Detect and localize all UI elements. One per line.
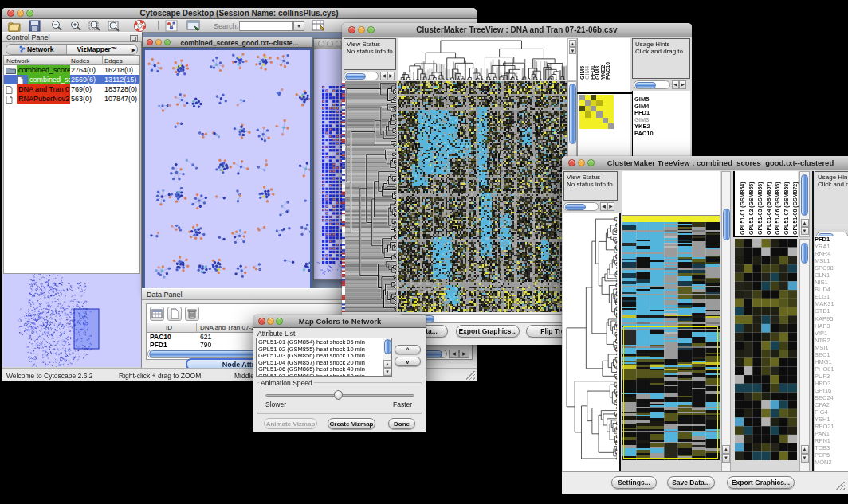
scroll-down-button[interactable]: ▼ bbox=[569, 47, 576, 54]
gene-label: MSI1 bbox=[815, 344, 848, 351]
gene-label: MSL1 bbox=[815, 257, 848, 264]
attribute-browser-icon[interactable] bbox=[312, 20, 326, 32]
network-row[interactable]: DNA and Tran 07769(0)183728(0) bbox=[4, 84, 139, 94]
column-header-id[interactable]: ID bbox=[166, 324, 172, 331]
scroll-up-button[interactable]: ▲ bbox=[569, 40, 576, 47]
column-dendrogram-canvas[interactable] bbox=[398, 38, 567, 80]
settings-button[interactable]: Settings... bbox=[611, 476, 657, 489]
tab-network[interactable]: Network bbox=[6, 45, 67, 55]
scroll-down-button[interactable]: ▼ bbox=[801, 227, 809, 235]
network-list: combined_scores2764(0)16218(0)combined_s… bbox=[3, 65, 140, 274]
export-graphics-button[interactable]: Export Graphics... bbox=[456, 325, 520, 338]
column-header-edges[interactable]: Edges bbox=[104, 57, 123, 64]
status-hint-zoom: Right-click + drag to ZOOM bbox=[119, 372, 201, 380]
dialog-titlebar[interactable]: Map Colors to Network bbox=[253, 315, 426, 328]
network-row[interactable]: combined_scores2764(0)16218(0) bbox=[4, 65, 139, 75]
scroll-left-button[interactable]: ◀ bbox=[600, 202, 607, 211]
view-status-scrollbar[interactable] bbox=[563, 202, 599, 211]
zoom-heatmap-canvas[interactable] bbox=[735, 239, 797, 460]
gene-label: RPN1 bbox=[815, 437, 848, 444]
export-graphics-button[interactable]: Export Graphics... bbox=[727, 476, 795, 489]
zoom-selected-icon[interactable] bbox=[88, 20, 101, 32]
animate-vizmap-button[interactable]: Animate Vizmap bbox=[264, 418, 317, 429]
scroll-right-button[interactable]: ▶ bbox=[459, 350, 469, 358]
column-header-nodes[interactable]: Nodes bbox=[71, 57, 89, 64]
close-button[interactable] bbox=[568, 159, 575, 166]
scroll-down-button[interactable]: ▼ bbox=[801, 454, 809, 463]
view-status-scrollbar[interactable] bbox=[344, 72, 379, 80]
save-icon[interactable] bbox=[29, 20, 41, 32]
heatmap-canvas[interactable] bbox=[622, 216, 720, 460]
scroll-left-button[interactable]: ◀ bbox=[672, 80, 679, 89]
zoom-heatmap-vscrollbar[interactable]: ▲ ▼ bbox=[799, 239, 810, 471]
resize-grip[interactable] bbox=[466, 371, 475, 380]
minimize-button[interactable] bbox=[578, 159, 585, 166]
usage-hints-scrollbar[interactable] bbox=[634, 80, 670, 89]
network-row[interactable]: RNAPuberNov2+563(0)107847(0) bbox=[4, 94, 139, 104]
scroll-left-button[interactable]: ◀ bbox=[449, 350, 459, 358]
network-nodes: 2569(6) bbox=[71, 75, 96, 84]
row-value: 790 bbox=[200, 341, 211, 349]
scroll-up-button[interactable]: ▲ bbox=[801, 445, 809, 454]
float-panel-icon[interactable] bbox=[130, 35, 138, 42]
zoom-fit-icon[interactable] bbox=[108, 20, 120, 32]
treeview1-titlebar[interactable]: ClusterMaker TreeView : DNA and Tran 07-… bbox=[342, 23, 692, 37]
open-file-icon[interactable] bbox=[8, 20, 21, 32]
select-attributes-button[interactable] bbox=[150, 307, 164, 321]
scroll-up-button[interactable]: ▲ bbox=[383, 360, 391, 368]
minimize-button[interactable] bbox=[327, 41, 333, 47]
scroll-left-button[interactable]: ◀ bbox=[380, 72, 387, 80]
scroll-right-button[interactable]: ▶ bbox=[607, 202, 614, 211]
scroll-up-button[interactable]: ▲ bbox=[722, 445, 730, 454]
resize-grip[interactable] bbox=[836, 482, 845, 490]
search-input[interactable] bbox=[239, 21, 293, 31]
vizmap-icon[interactable] bbox=[165, 20, 178, 32]
column-label: PAC10 bbox=[605, 62, 610, 80]
gene-labels: PFD1YRA1RNR4MSL1SPC98CLN1NIS1BUD4ELG1MAK… bbox=[815, 236, 848, 471]
treeview2-titlebar[interactable]: ClusterMaker TreeView : combined_scores_… bbox=[562, 156, 848, 170]
close-button[interactable] bbox=[318, 41, 324, 47]
heatmap-vscrollbar[interactable]: ▲ ▼ bbox=[721, 171, 731, 471]
column-header-network[interactable]: Network bbox=[6, 57, 29, 64]
zoom-in-icon[interactable] bbox=[69, 20, 82, 32]
mini-heatmap-cell bbox=[603, 123, 608, 129]
move-up-button[interactable]: ^ bbox=[395, 345, 421, 354]
scroll-right-button[interactable]: ▶ bbox=[679, 80, 686, 89]
help-icon[interactable] bbox=[133, 19, 147, 33]
main-titlebar[interactable]: Cytoscape Desktop (Session Name: collins… bbox=[2, 8, 477, 19]
delete-attribute-button[interactable] bbox=[185, 307, 199, 321]
tab-more-button[interactable]: ▶ bbox=[128, 45, 138, 55]
mini-heatmap[interactable] bbox=[579, 95, 614, 129]
network-canvas-1[interactable] bbox=[145, 50, 310, 288]
mini-heatmap-cell bbox=[608, 100, 614, 106]
attribute-item[interactable]: GPL51-07 (GSM868) heat shock 60 min bbox=[257, 373, 383, 377]
manager-icon[interactable] bbox=[186, 20, 201, 32]
zoom-button[interactable] bbox=[587, 159, 595, 166]
column-labels-vscrollbar[interactable]: ▲ ▼ bbox=[799, 171, 810, 237]
scroll-right-button[interactable]: ▶ bbox=[387, 72, 395, 80]
save-data-button[interactable]: Save Data... bbox=[667, 476, 715, 489]
new-attribute-button[interactable] bbox=[167, 307, 182, 321]
row-id: PAC10 bbox=[150, 333, 171, 341]
file-icon bbox=[6, 96, 13, 106]
network-edges: 16218(0) bbox=[104, 65, 133, 75]
scroll-down-button[interactable]: ▼ bbox=[383, 368, 391, 376]
mini-heatmap-cell bbox=[596, 118, 602, 123]
network-overview-canvas[interactable] bbox=[2, 274, 141, 367]
search-dropdown-button[interactable]: ▼ bbox=[293, 21, 304, 31]
row-dendrogram-canvas[interactable] bbox=[563, 213, 619, 471]
attribute-list-vscrollbar[interactable]: ▲ ▼ bbox=[383, 338, 391, 376]
tab-vizmapper[interactable]: VizMapper™ bbox=[68, 45, 127, 55]
zoom-button[interactable] bbox=[336, 41, 342, 47]
create-vizmap-button[interactable]: Create Vizmap bbox=[328, 418, 375, 429]
done-button[interactable]: Done bbox=[388, 418, 415, 429]
mini-heatmap-cell bbox=[603, 111, 608, 117]
scroll-up-button[interactable]: ▲ bbox=[801, 219, 809, 227]
move-down-button[interactable]: v bbox=[395, 357, 421, 366]
scroll-down-button[interactable]: ▼ bbox=[722, 454, 730, 463]
zoom-out-icon[interactable] bbox=[50, 20, 63, 32]
heatmap-canvas[interactable] bbox=[398, 81, 567, 312]
row-dendrogram-canvas[interactable] bbox=[345, 81, 397, 312]
network-row[interactable]: combined_sco2569(6)13112(15) bbox=[4, 75, 139, 84]
attribute-list[interactable]: GPL51-01 (GSM854) heat shock 05 minGPL51… bbox=[256, 338, 392, 377]
